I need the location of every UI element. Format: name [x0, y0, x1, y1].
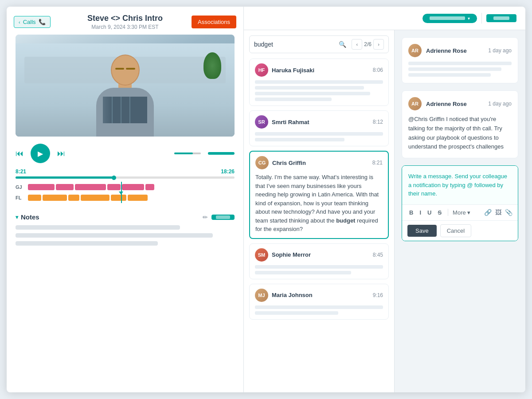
underline-button[interactable]: U [426, 208, 433, 217]
item-time: 8:06 [373, 67, 383, 73]
video-frame [16, 35, 235, 137]
item-lines [255, 132, 383, 141]
progress-thumb [112, 176, 116, 180]
progress-bar[interactable] [16, 176, 235, 179]
notes-tag [211, 215, 235, 220]
compose-placeholder[interactable]: Write a message. Send your colleague a n… [402, 166, 518, 204]
comment-header: AR Adrienne Rose 1 day ago [408, 97, 512, 110]
avatar-ar2: AR [408, 97, 422, 110]
note-line [16, 225, 180, 230]
rewind-button[interactable]: ⏮ [16, 149, 23, 158]
item-line [255, 311, 338, 315]
compose-actions: Save Cancel [402, 220, 518, 241]
comment-line [408, 67, 501, 71]
associations-button[interactable]: Associations [192, 16, 236, 28]
avatar-hf: HF [255, 63, 268, 77]
rewind-icon: ⏮ [16, 149, 23, 158]
item-name: Chris Griffin [272, 160, 369, 166]
item-time: 8:21 [372, 160, 383, 166]
search-bar: 🔍 ‹ 2/6 › [249, 35, 389, 53]
note-line [16, 241, 158, 246]
speaker-label-fl: FL [16, 195, 24, 200]
attachment-icon[interactable]: 📎 [505, 209, 512, 216]
item-header: SM Sophie Merror 8:45 [255, 248, 383, 262]
playback-controls: ⏮ ▶ ⏭ [7, 137, 243, 167]
notes-lines [16, 225, 235, 246]
item-header: SR Smrti Rahmat 8:12 [255, 115, 383, 129]
bar-segment [145, 184, 154, 190]
back-label: Calls [23, 19, 36, 25]
bold-button[interactable]: B [407, 208, 415, 217]
link-icon[interactable]: 🔗 [484, 209, 492, 216]
strikethrough-icon: S [438, 209, 442, 216]
bar-segment [43, 195, 67, 201]
comment-lines [408, 62, 512, 77]
speaker-bars-gj [28, 183, 235, 191]
app-container: ‹ Calls 📞 Steve <> Chris Intro March 9, … [7, 7, 525, 392]
comment-name: Adrienne Rose [426, 47, 484, 54]
bar-segment [28, 195, 41, 201]
transcript-item-sr[interactable]: SR Smrti Rahmat 8:12 [249, 110, 389, 146]
time-labels: 8:21 18:26 [16, 168, 235, 175]
edit-icon[interactable]: ✏ [203, 214, 208, 221]
play-button[interactable]: ▶ [31, 144, 50, 163]
italic-button[interactable]: I [418, 208, 423, 217]
comment-text: @Chris Griffin I noticed that you're tal… [408, 115, 512, 152]
fast-forward-button[interactable]: ⏭ [57, 149, 65, 158]
call-date: March 9, 2024 3:30 PM EST [87, 24, 163, 30]
item-time: 9:16 [373, 292, 383, 298]
search-input[interactable] [254, 41, 335, 48]
notes-title: ▾ Notes [16, 213, 39, 221]
item-line [255, 80, 383, 84]
bar-segment [111, 195, 126, 201]
phone-icon: 📞 [39, 19, 46, 25]
strikethrough-button[interactable]: S [436, 208, 443, 217]
btn-content [493, 16, 509, 20]
call-title: Steve <> Chris Intro March 9, 2024 3:30 … [87, 14, 163, 30]
bar-segment [28, 184, 55, 190]
item-line [255, 86, 364, 90]
bar-segment [128, 195, 148, 201]
top-bar-pill[interactable]: ▾ [422, 14, 477, 23]
save-button[interactable]: Save [407, 225, 437, 237]
item-line [255, 271, 351, 274]
search-nav-count: 2/6 [364, 41, 372, 47]
transcript-item-cg[interactable]: CG Chris Griffin 8:21 Totally. I'm the s… [249, 151, 389, 239]
more-caret-icon: ▾ [467, 209, 470, 216]
volume-slider[interactable] [174, 153, 201, 154]
pill-content [430, 16, 465, 20]
avatar-sm: SM [255, 248, 268, 262]
play-icon: ▶ [38, 149, 43, 158]
cancel-button[interactable]: Cancel [440, 224, 471, 237]
search-next-button[interactable]: › [373, 39, 384, 50]
caret-down-icon: ▾ [468, 16, 470, 21]
search-nav: ‹ 2/6 › [352, 39, 384, 50]
search-prev-button[interactable]: ‹ [352, 39, 362, 50]
progress-fill [16, 176, 114, 179]
video-area [16, 35, 235, 137]
avatar-mj: MJ [255, 289, 268, 302]
bar-segment [81, 195, 110, 201]
avatar-ar1: AR [408, 44, 422, 57]
transcript-item-mj[interactable]: MJ Maria Johnson 9:16 [249, 284, 389, 320]
top-bar-action-button[interactable] [486, 14, 516, 22]
transcript-item-sm[interactable]: SM Sophie Merror 8:45 [249, 243, 389, 279]
image-icon[interactable]: 🖼 [495, 209, 501, 216]
right-top-bar: ▾ [244, 7, 525, 30]
avatar-sr: SR [255, 115, 268, 129]
item-line [255, 132, 383, 136]
transcript-panel: 🔍 ‹ 2/6 › HF Haruka Fujisaki 8:06 [244, 30, 395, 392]
notes-section: ▾ Notes ✏ [7, 208, 243, 392]
notes-header: ▾ Notes ✏ [16, 213, 235, 221]
more-button[interactable]: More ▾ [453, 209, 470, 216]
item-header: MJ Maria Johnson 9:16 [255, 289, 383, 302]
back-button[interactable]: ‹ Calls 📞 [14, 16, 51, 28]
item-name: Haruka Fujisaki [272, 67, 369, 74]
cursor-line-fl [121, 192, 122, 203]
highlight-word: budget [336, 217, 355, 224]
transcript-item-hf[interactable]: HF Haruka Fujisaki 8:06 [249, 59, 389, 106]
comment-time: 1 day ago [488, 101, 512, 107]
search-icon: 🔍 [339, 41, 346, 48]
comment-name: Adrienne Rose [426, 101, 484, 107]
note-line [16, 233, 213, 238]
